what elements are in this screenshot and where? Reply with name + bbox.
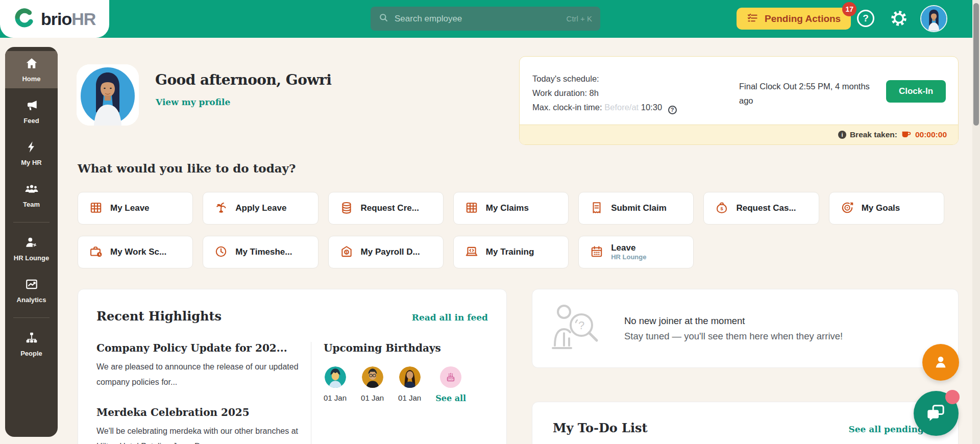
todo-card: My To-Do List See all pending ac: [532, 402, 959, 444]
quick-action-label: My Claims: [486, 203, 529, 213]
new-joiner-card: ? No new joiner at the moment Stay tuned…: [532, 289, 959, 368]
scrollbar-thumb[interactable]: [973, 3, 979, 126]
post-body: We'll be celebrating merdeka with our ot…: [96, 424, 301, 444]
clock-in-button[interactable]: Clock-In: [886, 80, 946, 103]
quick-action-label: My Timeshe...: [235, 247, 292, 257]
sidebar-item-team[interactable]: Team: [5, 177, 58, 214]
schedule-title: Today's schedule:: [532, 71, 677, 86]
sidebar-item-feed[interactable]: Feed: [5, 93, 58, 130]
payslip-icon: $: [340, 245, 353, 260]
quick-action-label: My Goals: [862, 203, 900, 213]
sidebar-item-label: Analytics: [17, 296, 46, 304]
break-value: 00:00:00: [915, 130, 947, 139]
user-avatar[interactable]: [920, 5, 947, 32]
search-shortcut: Ctrl + K: [567, 14, 592, 23]
calendar-icon: [590, 245, 603, 260]
post-title: Company Policy Update for 202...: [96, 342, 301, 354]
highlight-post[interactable]: Merdeka Celebration 2025 We'll be celebr…: [96, 406, 301, 444]
view-profile-link[interactable]: View my profile: [156, 97, 230, 107]
quick-action-label: My Leave: [110, 203, 150, 213]
gear-icon[interactable]: [889, 9, 909, 29]
pending-count-badge: 17: [842, 2, 856, 16]
quick-action-submit-claim[interactable]: Submit Claim: [578, 192, 694, 225]
search-input[interactable]: [395, 14, 560, 24]
org-chart-icon: [25, 331, 38, 347]
quick-action-my-leave[interactable]: My Leave: [78, 192, 193, 225]
sidebar-item-analytics[interactable]: Analytics: [5, 272, 58, 309]
employee-search: Ctrl + K: [371, 7, 600, 31]
quick-action-my-goals[interactable]: My Goals: [829, 192, 944, 225]
quick-action-my-training[interactable]: My Training: [453, 236, 569, 268]
search-icon: [379, 13, 388, 24]
sidebar-item-label: Home: [22, 75, 40, 83]
birthday-entry[interactable]: 01 Jan: [324, 366, 347, 403]
profile-avatar[interactable]: [77, 64, 139, 126]
greeting-title: Good afternoon, Gowri: [155, 71, 331, 88]
quick-action-leave-hr-lounge[interactable]: Leave HR Lounge: [578, 236, 694, 268]
highlight-post[interactable]: Company Policy Update for 202... We are …: [96, 342, 301, 390]
person-search-icon: ?: [549, 301, 602, 357]
quick-action-label: Request Cas...: [736, 203, 796, 213]
receipt-icon: [590, 201, 603, 216]
max-clockin-label: Max. clock-in time:: [532, 103, 602, 112]
birthday-date: 01 Jan: [398, 393, 421, 402]
quick-action-request-cash[interactable]: $ Request Cas...: [703, 192, 819, 225]
read-all-in-feed-link[interactable]: Read all in feed: [412, 312, 488, 323]
birthday-entry[interactable]: 01 Jan: [398, 366, 421, 403]
checklist-icon: [747, 12, 758, 26]
quick-action-request-credit[interactable]: Request Cre...: [328, 192, 444, 225]
quick-action-label: Submit Claim: [611, 203, 667, 213]
sidebar-divider: [13, 222, 50, 223]
quick-actions-grid: My Leave Apply Leave Request Cre...: [78, 192, 944, 268]
megaphone-icon: [25, 98, 38, 114]
max-clockin-line: Max. clock-in time: Before/at 10:30 ?: [532, 100, 677, 114]
work-duration: Work duration: 8h: [532, 86, 677, 100]
referral-fab-button[interactable]: [922, 344, 959, 381]
birthday-entry[interactable]: 01 Jan: [361, 366, 384, 403]
help-icon[interactable]: ?: [857, 10, 874, 27]
lightning-icon: [25, 140, 38, 156]
quick-action-my-payroll[interactable]: $ My Payroll D...: [328, 236, 444, 268]
quick-actions-title: What would you like to do today?: [78, 161, 296, 175]
quick-action-my-timesheet[interactable]: My Timeshe...: [203, 236, 318, 268]
coins-icon: [340, 201, 353, 216]
quick-action-label: My Training: [486, 247, 534, 257]
birthday-see-all[interactable]: See all: [435, 366, 466, 403]
brand-logo[interactable]: brioHR: [0, 0, 109, 38]
sidebar-item-my-hr[interactable]: My HR: [5, 135, 58, 172]
leave-table-icon: [89, 201, 103, 216]
sidebar-item-people[interactable]: People: [5, 326, 58, 363]
max-clockin-muted: Before/at: [604, 103, 639, 112]
person-gear-icon: [24, 236, 38, 251]
help-glyph: ?: [671, 103, 674, 117]
sidebar-item-label: People: [20, 350, 42, 357]
vertical-divider: [311, 342, 311, 444]
quick-action-my-work-schedule[interactable]: My Work Sc...: [78, 236, 193, 268]
chat-notification-badge: [945, 390, 960, 404]
sidebar-item-hr-lounge[interactable]: HR Lounge: [5, 230, 58, 267]
chat-bubbles-icon: [926, 403, 946, 425]
clock-icon: [214, 245, 228, 260]
upcoming-birthdays-title: Upcoming Birthdays: [324, 342, 466, 354]
quick-action-label: Leave: [611, 243, 646, 253]
joiner-title: No new joiner at the moment: [624, 315, 843, 327]
quick-action-subtitle: HR Lounge: [611, 254, 646, 261]
post-title: Merdeka Celebration 2025: [96, 406, 301, 418]
pending-actions-button[interactable]: Pending Actions 17: [737, 8, 851, 30]
svg-text:$: $: [346, 250, 348, 254]
quick-action-my-claims[interactable]: My Claims: [453, 192, 569, 225]
clockin-help-icon[interactable]: ?: [668, 106, 677, 114]
briohr-swirl-icon: [13, 7, 36, 31]
quick-action-label: Request Cre...: [361, 203, 419, 213]
sidebar-item-home[interactable]: Home: [5, 51, 58, 88]
money-bag-icon: $: [715, 201, 728, 216]
palm-tree-icon: [214, 201, 228, 216]
info-icon: i: [838, 131, 846, 139]
brand-name: brioHR: [41, 9, 95, 29]
laptop-icon: [465, 245, 478, 260]
sidebar-item-label: Feed: [23, 117, 39, 125]
quick-action-apply-leave[interactable]: Apply Leave: [203, 192, 318, 225]
highlights-title: Recent Highlights: [96, 309, 222, 324]
birthday-avatar: [399, 366, 421, 388]
post-body: We are pleased to announce the release o…: [96, 359, 301, 390]
